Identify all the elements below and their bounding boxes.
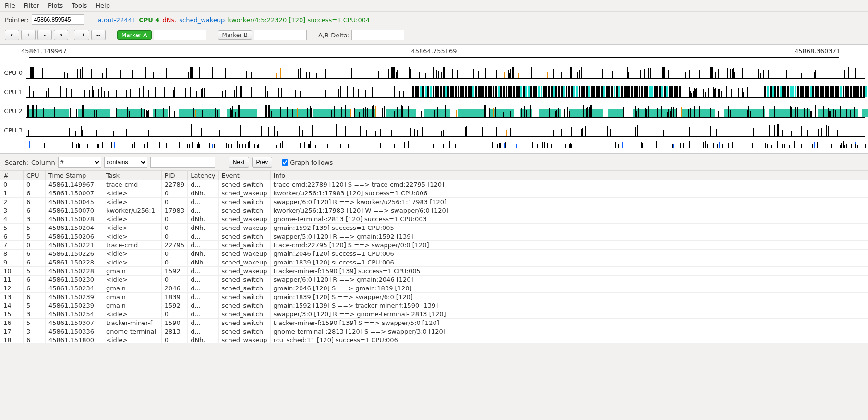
- cell-task: gmain: [103, 284, 162, 293]
- table-row[interactable]: 10545861.150228gmain1592d...sched_wakeup…: [0, 267, 868, 276]
- cell-info: trace-cmd:22795 [120] S ==> swapper/0:0 …: [270, 241, 868, 250]
- events-table: # CPU Time Stamp Task PID Latency Event …: [0, 170, 868, 343]
- graph-follows-input[interactable]: [282, 159, 288, 166]
- col-task[interactable]: Task: [103, 171, 162, 180]
- cell-info: gnome-terminal-:2813 [120] S ==> swapper…: [270, 327, 868, 336]
- graph-follows-checkbox[interactable]: Graph follows: [282, 159, 333, 166]
- cell-n: 13: [0, 293, 24, 301]
- table-row[interactable]: 12645861.150234gmain2046d...sched_switch…: [0, 284, 868, 293]
- cell-task: <idle>: [103, 336, 162, 344]
- table-row[interactable]: 17345861.150336gnome-terminal-2813d...sc…: [0, 327, 868, 336]
- cell-lat: d...: [188, 276, 218, 284]
- cell-task: tracker-miner-f: [103, 319, 162, 327]
- nav-back-button[interactable]: <: [5, 30, 19, 40]
- table-row[interactable]: 0045861.149967trace-cmd22789d...sched_sw…: [0, 180, 868, 189]
- menu-file[interactable]: File: [5, 2, 15, 9]
- table-row[interactable]: 3645861.150070kworker/u256:117983d...sch…: [0, 206, 868, 215]
- table-row[interactable]: 5545861.150204<idle>0dNh.sched_wakeupgma…: [0, 224, 868, 232]
- pointer-process: a.out-22441: [98, 16, 136, 24]
- menu-plots[interactable]: Plots: [48, 2, 63, 9]
- menu-tools[interactable]: Tools: [72, 2, 87, 9]
- ab-delta-input[interactable]: [351, 30, 404, 40]
- col-lat[interactable]: Latency: [188, 171, 218, 180]
- menu-help[interactable]: Help: [96, 2, 110, 9]
- cell-ts: 45861.150206: [46, 232, 103, 241]
- table-row[interactable]: 4345861.150078<idle>0dNh.sched_wakeupgno…: [0, 215, 868, 224]
- table-row[interactable]: 11645861.150230<idle>0d...sched_switchsw…: [0, 276, 868, 284]
- cpu-track[interactable]: [26, 123, 865, 137]
- search-column-select[interactable]: #: [58, 157, 101, 168]
- cell-n: 5: [0, 224, 24, 232]
- col-pid[interactable]: PID: [161, 171, 187, 180]
- cell-pid: 2046: [161, 284, 187, 293]
- nav-forward-button[interactable]: >: [54, 30, 68, 40]
- cell-cpu: 5: [24, 301, 46, 310]
- table-row[interactable]: 15345861.150254<idle>0d...sched_switchsw…: [0, 310, 868, 319]
- marker-a-label[interactable]: Marker A: [117, 30, 152, 40]
- table-row[interactable]: 1645861.150007<idle>0dNh.sched_wakeupkwo…: [0, 189, 868, 198]
- cell-cpu: 6: [24, 258, 46, 267]
- marker-b-input[interactable]: [254, 30, 307, 40]
- cpu-track[interactable]: [26, 85, 865, 98]
- cell-lat: d...: [188, 241, 218, 250]
- cpu-track[interactable]: [26, 66, 865, 79]
- table-row[interactable]: 13645861.150239gmain1839d...sched_switch…: [0, 293, 868, 301]
- cell-cpu: 6: [24, 284, 46, 293]
- table-row[interactable]: 8645861.150226<idle>0dNh.sched_wakeupgma…: [0, 250, 868, 258]
- cell-info: kworker/u256:1:17983 [120] success=1 CPU…: [270, 189, 868, 198]
- cpu-track[interactable]: [26, 104, 865, 118]
- col-cpu[interactable]: CPU: [24, 171, 46, 180]
- search-input[interactable]: [150, 157, 215, 168]
- zoom-out-full-button[interactable]: --: [91, 30, 106, 40]
- cell-n: 14: [0, 301, 24, 310]
- cell-lat: d...: [188, 301, 218, 310]
- table-row[interactable]: 14545861.150239gmain1592d...sched_switch…: [0, 301, 868, 310]
- cell-n: 0: [0, 180, 24, 189]
- search-bar: Search: Column # contains Next Prev Grap…: [0, 154, 868, 170]
- cell-task: gmain: [103, 267, 162, 276]
- marker-a-input[interactable]: [154, 30, 206, 40]
- search-predicate-select[interactable]: contains: [104, 157, 147, 168]
- table-row[interactable]: 9645861.150228<idle>0dNh.sched_wakeupgma…: [0, 258, 868, 267]
- marker-b-label[interactable]: Marker B: [218, 30, 253, 40]
- cell-ts: 45861.150045: [46, 198, 103, 206]
- events-table-wrap[interactable]: # CPU Time Stamp Task PID Latency Event …: [0, 170, 868, 343]
- zoom-in-button[interactable]: +: [21, 30, 36, 40]
- col-ts[interactable]: Time Stamp: [46, 171, 103, 180]
- table-row[interactable]: 16545861.150307tracker-miner-f1590d...sc…: [0, 319, 868, 327]
- cell-n: 1: [0, 189, 24, 198]
- ab-delta-label: A,B Delta:: [318, 32, 350, 39]
- col-evt[interactable]: Event: [218, 171, 270, 180]
- cell-n: 4: [0, 215, 24, 224]
- search-next-button[interactable]: Next: [229, 157, 249, 168]
- cell-evt: sched_switch: [218, 232, 270, 241]
- cell-ts: 45861.150221: [46, 241, 103, 250]
- cell-ts: 45861.149967: [46, 180, 103, 189]
- table-row[interactable]: 6545861.150206<idle>0d...sched_switchswa…: [0, 232, 868, 241]
- cell-evt: sched_switch: [218, 310, 270, 319]
- pointer-input[interactable]: [32, 14, 84, 25]
- cell-evt: sched_switch: [218, 241, 270, 250]
- menu-filter[interactable]: Filter: [24, 2, 39, 9]
- table-row[interactable]: 7045861.150221trace-cmd22795d...sched_sw…: [0, 241, 868, 250]
- cpu-row-overflow: [0, 140, 868, 149]
- cell-task: <idle>: [103, 310, 162, 319]
- cell-task: <idle>: [103, 250, 162, 258]
- cpu-track[interactable]: [26, 141, 865, 148]
- cell-info: gmain:1592 [139] S ==> tracker-miner-f:1…: [270, 301, 868, 310]
- cell-cpu: 6: [24, 293, 46, 301]
- table-row[interactable]: 2645861.150045<idle>0d...sched_switchswa…: [0, 198, 868, 206]
- cell-lat: d...: [188, 293, 218, 301]
- cell-ts: 45861.150078: [46, 215, 103, 224]
- pointer-event: sched_wakeup: [179, 16, 225, 24]
- zoom-out-button[interactable]: -: [37, 30, 52, 40]
- col-num[interactable]: #: [0, 171, 24, 180]
- col-info[interactable]: Info: [270, 171, 868, 180]
- table-row[interactable]: 18645861.151800<idle>0dNh.sched_wakeuprc…: [0, 336, 868, 344]
- cpu-label: CPU 2: [0, 108, 26, 115]
- search-prev-button[interactable]: Prev: [252, 157, 273, 168]
- zoom-in-full-button[interactable]: ++: [74, 30, 89, 40]
- timeline-panel: 45861.149967 45864.755169 45868.360371 C…: [0, 44, 868, 154]
- cell-lat: dNh.: [188, 189, 218, 198]
- cell-n: 17: [0, 327, 24, 336]
